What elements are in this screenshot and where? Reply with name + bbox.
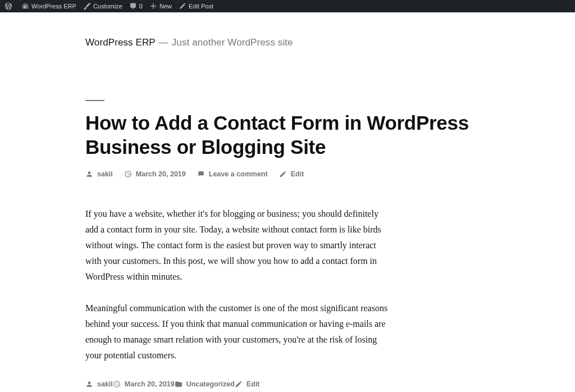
folder-icon [175,380,182,388]
plus-icon [149,2,157,10]
author-link-bottom[interactable]: sakil [97,380,113,388]
meta-date: March 20, 2019 [124,170,186,178]
wp-logo-button[interactable] [1,0,18,12]
paragraph-2: Meaningful communication with the custom… [85,300,389,363]
comments-icon [129,2,137,10]
site-tagline: Just another WordPress site [172,37,293,48]
customize-label: Customize [93,0,122,12]
edit-label: Edit [291,170,304,178]
meta-author-bottom: sakil [85,380,113,388]
edit-post-label: Edit Post [189,0,213,12]
meta-author: sakil [85,170,113,178]
author-link[interactable]: sakil [97,170,113,178]
category-label: Uncategorized [186,380,235,388]
meta-comment-link[interactable]: Leave a comment [197,170,268,178]
post-meta-bottom: sakil March 20, 2019 Uncategorized Edit [85,380,575,388]
site-title[interactable]: WordPress ERP [85,37,156,48]
comment-icon [197,170,205,178]
meta-edit-link[interactable]: Edit [279,170,304,178]
meta-date-bottom: March 20, 2019 [113,380,175,388]
edit-icon [235,380,243,388]
edit-icon [279,170,287,178]
wp-admin-bar: WordPress ERP Customize 0 New Edit Post [0,0,575,12]
wordpress-icon [4,2,12,10]
meta-edit-link-bottom[interactable]: Edit [235,380,260,388]
header-separator: — [159,37,168,48]
date-link[interactable]: March 20, 2019 [136,170,186,178]
edit-label-bottom: Edit [247,380,260,388]
comments-count: 0 [139,0,143,12]
post-content: If you have a website, whether it's for … [85,206,389,363]
clock-icon [113,380,121,388]
person-icon [85,170,93,178]
new-label: New [159,0,172,12]
new-link[interactable]: New [146,0,175,12]
edit-post-link[interactable]: Edit Post [175,0,217,12]
post: How to Add a Contact Form in WordPress B… [0,100,575,388]
meta-category-link[interactable]: Uncategorized [175,380,235,388]
brush-icon [83,2,91,10]
site-header: WordPress ERP — Just another WordPress s… [0,12,575,55]
post-meta-top: sakil March 20, 2019 Leave a comment Edi… [85,170,575,178]
post-title: How to Add a Contact Form in WordPress B… [85,111,490,159]
clock-icon [124,170,132,178]
person-icon [85,380,93,388]
site-name-label: WordPress ERP [31,0,76,12]
paragraph-1: If you have a website, whether it's for … [85,206,389,285]
dashboard-link[interactable]: WordPress ERP [18,0,80,12]
customize-link[interactable]: Customize [80,0,126,12]
post-top-divider [85,100,104,101]
comments-link[interactable]: 0 [126,0,146,12]
pencil-icon [179,2,186,10]
page-body: WordPress ERP — Just another WordPress s… [0,12,575,388]
date-link-bottom[interactable]: March 20, 2019 [125,380,175,388]
leave-comment-label: Leave a comment [209,170,268,178]
dashboard-icon [21,2,29,10]
